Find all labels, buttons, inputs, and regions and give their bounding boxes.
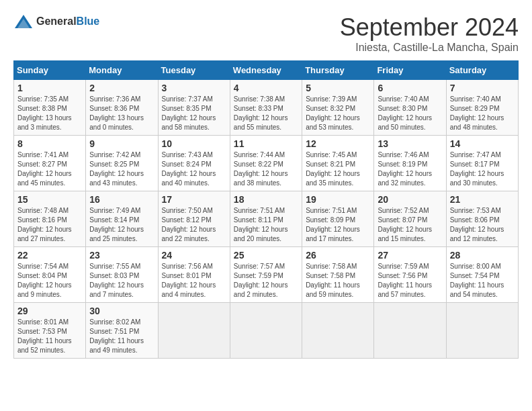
calendar-week-row: 8Sunrise: 7:41 AMSunset: 8:27 PMDaylight… [14,136,519,191]
calendar-cell [374,303,446,359]
day-info: Sunrise: 8:01 AMSunset: 7:53 PMDaylight:… [17,318,82,355]
day-number: 5 [306,83,370,93]
day-number: 11 [234,138,298,149]
day-number: 15 [17,194,82,205]
calendar-table: SundayMondayTuesdayWednesdayThursdayFrid… [13,60,519,359]
calendar-cell: 16Sunrise: 7:49 AMSunset: 8:14 PMDayligh… [86,191,158,247]
day-number: 24 [162,250,226,261]
title-section: September 2024 Iniesta, Castille-La Manc… [340,13,519,54]
calendar-cell: 30Sunrise: 8:02 AMSunset: 7:51 PMDayligh… [86,303,158,359]
calendar-week-row: 22Sunrise: 7:54 AMSunset: 8:04 PMDayligh… [14,247,519,303]
day-info: Sunrise: 7:51 AMSunset: 8:11 PMDaylight:… [234,206,298,244]
logo-blue: Blue [77,15,100,27]
day-number: 8 [17,138,82,149]
calendar-cell: 28Sunrise: 8:00 AMSunset: 7:54 PMDayligh… [446,247,518,303]
calendar-cell: 24Sunrise: 7:56 AMSunset: 8:01 PMDayligh… [158,247,230,303]
day-info: Sunrise: 7:49 AMSunset: 8:14 PMDaylight:… [89,206,154,244]
day-info: Sunrise: 7:54 AMSunset: 8:04 PMDaylight:… [17,262,82,300]
day-info: Sunrise: 7:50 AMSunset: 8:12 PMDaylight:… [162,206,226,244]
day-info: Sunrise: 7:51 AMSunset: 8:09 PMDaylight:… [306,206,370,244]
calendar-cell: 20Sunrise: 7:52 AMSunset: 8:07 PMDayligh… [374,191,446,247]
calendar-cell [158,303,230,359]
day-info: Sunrise: 7:53 AMSunset: 8:06 PMDaylight:… [450,206,515,244]
calendar-cell [230,303,302,359]
day-number: 12 [306,138,370,149]
logo-general: General [36,15,77,27]
day-number: 13 [378,138,442,149]
day-info: Sunrise: 7:43 AMSunset: 8:24 PMDaylight:… [162,150,226,188]
calendar-cell: 23Sunrise: 7:55 AMSunset: 8:03 PMDayligh… [86,247,158,303]
day-info: Sunrise: 7:41 AMSunset: 8:27 PMDaylight:… [17,150,82,188]
day-info: Sunrise: 7:40 AMSunset: 8:30 PMDaylight:… [378,95,442,132]
day-of-week-header: Wednesday [230,61,302,80]
day-number: 20 [378,194,442,205]
day-of-week-header: Saturday [446,61,518,80]
day-of-week-header: Tuesday [158,61,230,80]
day-of-week-header: Thursday [302,61,374,80]
calendar-cell: 1Sunrise: 7:35 AMSunset: 8:38 PMDaylight… [14,80,86,136]
day-number: 26 [306,250,370,261]
calendar-cell: 14Sunrise: 7:47 AMSunset: 8:17 PMDayligh… [446,136,518,191]
calendar-cell: 21Sunrise: 7:53 AMSunset: 8:06 PMDayligh… [446,191,518,247]
calendar-cell: 22Sunrise: 7:54 AMSunset: 8:04 PMDayligh… [14,247,86,303]
day-number: 10 [162,138,226,149]
day-info: Sunrise: 8:02 AMSunset: 7:51 PMDaylight:… [89,318,154,355]
day-of-week-header: Friday [374,61,446,80]
calendar-cell: 2Sunrise: 7:36 AMSunset: 8:36 PMDaylight… [86,80,158,136]
day-info: Sunrise: 7:52 AMSunset: 8:07 PMDaylight:… [378,206,442,244]
day-info: Sunrise: 7:58 AMSunset: 7:58 PMDaylight:… [306,262,370,300]
day-number: 16 [89,194,154,205]
day-number: 6 [378,83,442,93]
day-number: 19 [306,194,370,205]
day-info: Sunrise: 7:40 AMSunset: 8:29 PMDaylight:… [450,95,515,132]
day-info: Sunrise: 7:57 AMSunset: 7:59 PMDaylight:… [234,262,298,300]
calendar-cell: 18Sunrise: 7:51 AMSunset: 8:11 PMDayligh… [230,191,302,247]
day-of-week-header: Monday [86,61,158,80]
page-header: GeneralBlue September 2024 Iniesta, Cast… [13,13,519,54]
day-info: Sunrise: 7:47 AMSunset: 8:17 PMDaylight:… [450,150,515,188]
day-info: Sunrise: 7:42 AMSunset: 8:25 PMDaylight:… [89,150,154,188]
calendar-cell: 12Sunrise: 7:45 AMSunset: 8:21 PMDayligh… [302,136,374,191]
calendar-cell: 11Sunrise: 7:44 AMSunset: 8:22 PMDayligh… [230,136,302,191]
month-title: September 2024 [340,13,519,42]
calendar-cell: 26Sunrise: 7:58 AMSunset: 7:58 PMDayligh… [302,247,374,303]
day-info: Sunrise: 7:35 AMSunset: 8:38 PMDaylight:… [17,95,82,132]
logo-icon [13,13,34,30]
calendar-cell: 8Sunrise: 7:41 AMSunset: 8:27 PMDaylight… [14,136,86,191]
calendar-cell: 3Sunrise: 7:37 AMSunset: 8:35 PMDaylight… [158,80,230,136]
day-info: Sunrise: 7:38 AMSunset: 8:33 PMDaylight:… [234,95,298,132]
day-info: Sunrise: 7:44 AMSunset: 8:22 PMDaylight:… [234,150,298,188]
day-number: 2 [89,83,154,93]
day-info: Sunrise: 8:00 AMSunset: 7:54 PMDaylight:… [450,262,515,300]
day-number: 3 [162,83,226,93]
calendar-cell [446,303,518,359]
calendar-cell: 10Sunrise: 7:43 AMSunset: 8:24 PMDayligh… [158,136,230,191]
calendar-cell: 5Sunrise: 7:39 AMSunset: 8:32 PMDaylight… [302,80,374,136]
day-number: 21 [450,194,515,205]
day-info: Sunrise: 7:56 AMSunset: 8:01 PMDaylight:… [162,262,226,300]
calendar-cell: 4Sunrise: 7:38 AMSunset: 8:33 PMDaylight… [230,80,302,136]
day-number: 25 [234,250,298,261]
day-of-week-header: Sunday [14,61,86,80]
day-number: 30 [89,306,154,316]
calendar-week-row: 1Sunrise: 7:35 AMSunset: 8:38 PMDaylight… [14,80,519,136]
day-info: Sunrise: 7:48 AMSunset: 8:16 PMDaylight:… [17,206,82,244]
calendar-cell: 17Sunrise: 7:50 AMSunset: 8:12 PMDayligh… [158,191,230,247]
calendar-cell: 6Sunrise: 7:40 AMSunset: 8:30 PMDaylight… [374,80,446,136]
logo: GeneralBlue [13,13,99,30]
day-number: 29 [17,306,82,316]
calendar-cell: 25Sunrise: 7:57 AMSunset: 7:59 PMDayligh… [230,247,302,303]
calendar-week-row: 15Sunrise: 7:48 AMSunset: 8:16 PMDayligh… [14,191,519,247]
day-number: 9 [89,138,154,149]
day-info: Sunrise: 7:37 AMSunset: 8:35 PMDaylight:… [162,95,226,132]
logo-text: GeneralBlue [36,15,99,28]
day-info: Sunrise: 7:55 AMSunset: 8:03 PMDaylight:… [89,262,154,300]
day-number: 4 [234,83,298,93]
calendar-cell: 29Sunrise: 8:01 AMSunset: 7:53 PMDayligh… [14,303,86,359]
day-number: 7 [450,83,515,93]
calendar-cell: 7Sunrise: 7:40 AMSunset: 8:29 PMDaylight… [446,80,518,136]
calendar-cell: 15Sunrise: 7:48 AMSunset: 8:16 PMDayligh… [14,191,86,247]
day-number: 17 [162,194,226,205]
calendar-week-row: 29Sunrise: 8:01 AMSunset: 7:53 PMDayligh… [14,303,519,359]
day-number: 23 [89,250,154,261]
